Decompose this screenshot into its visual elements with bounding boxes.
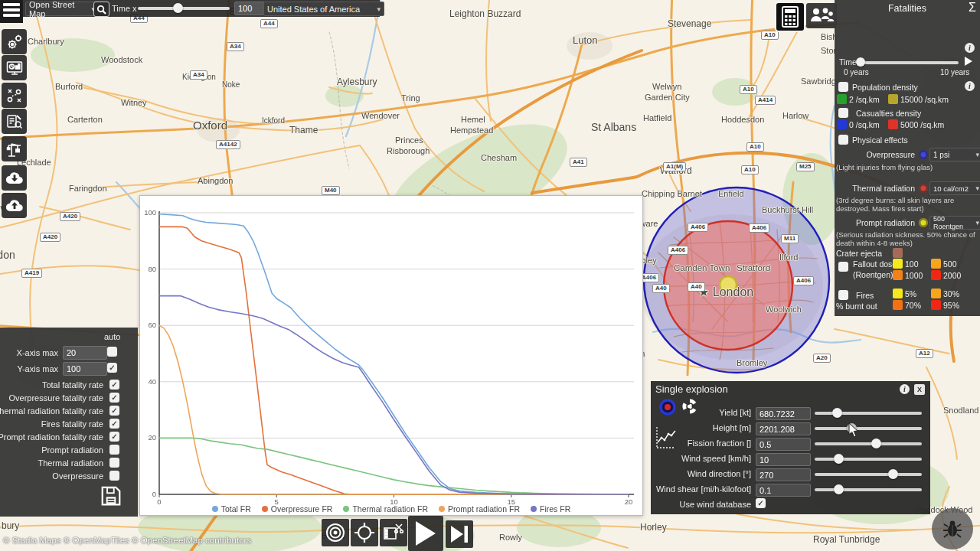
fatalities-time-slider[interactable] <box>858 61 959 64</box>
y-axis-auto-checkbox[interactable] <box>107 363 117 373</box>
param-slider[interactable] <box>815 427 922 430</box>
series-toggle-checkbox[interactable] <box>109 406 119 416</box>
x-axis-max-input[interactable]: 20 <box>63 346 107 360</box>
legend-item[interactable]: Total FR <box>212 504 251 514</box>
prompt-indicator[interactable] <box>919 218 928 227</box>
fires-swatch <box>893 300 903 310</box>
sigma-icon[interactable]: Σ <box>969 1 976 15</box>
population-density-label: Population density <box>852 83 918 92</box>
fires-swatch <box>893 289 903 298</box>
report-bug-button[interactable] <box>932 508 973 549</box>
param-label: Yield [kt] <box>651 408 751 417</box>
info-icon[interactable]: i <box>965 43 975 53</box>
param-slider[interactable] <box>815 412 922 415</box>
param-label: Height [m] <box>651 423 751 432</box>
casualties-density-checkbox[interactable] <box>838 108 848 118</box>
settings-gears-button[interactable] <box>2 29 27 54</box>
slider-thumb[interactable] <box>832 408 842 418</box>
panel-title: Single explosion <box>655 383 728 395</box>
play-button[interactable] <box>408 516 443 551</box>
series-toggle-checkbox[interactable] <box>109 419 119 429</box>
chart-series-line <box>159 438 629 494</box>
info-icon[interactable]: i <box>965 81 975 91</box>
param-value-input[interactable]: 270 <box>756 468 811 481</box>
param-slider[interactable] <box>815 458 922 461</box>
physical-effects-checkbox[interactable] <box>838 135 848 145</box>
thermal-select[interactable]: 10 cal/cm2 <box>929 181 980 195</box>
crater-swatch <box>893 248 903 258</box>
series-toggle-checkbox[interactable] <box>109 471 119 481</box>
fires-checkbox[interactable] <box>838 290 848 300</box>
series-toggle-checkbox[interactable] <box>109 432 119 442</box>
svg-text:100: 100 <box>144 208 156 217</box>
slider-thumb[interactable] <box>871 439 881 448</box>
explosion-param-row: Fission fraction []0.5 <box>651 438 930 450</box>
slider-thumb[interactable] <box>173 3 183 13</box>
param-value-input[interactable]: 0.5 <box>756 438 811 451</box>
population-density-checkbox[interactable] <box>838 82 848 92</box>
param-label: Wind speed [km/h] <box>651 454 751 463</box>
dashboard-button[interactable] <box>2 55 27 80</box>
construction-button[interactable] <box>2 136 27 161</box>
fallout-swatch <box>931 259 941 269</box>
chart-series-line <box>159 227 629 494</box>
survey-button[interactable] <box>2 109 27 134</box>
map-attribution[interactable]: © Stadia Maps © OpenMapTiles © OpenStree… <box>3 536 251 545</box>
close-icon[interactable]: X <box>914 384 925 395</box>
explosion-param-row: Wind speed [km/h]10 <box>651 453 930 465</box>
param-value-input[interactable]: 2201.208 <box>756 422 811 435</box>
overpressure-label: Overpressure <box>835 150 915 159</box>
slider-thumb[interactable] <box>834 484 844 494</box>
locate-button[interactable] <box>351 519 378 546</box>
overpressure-indicator[interactable] <box>919 150 928 159</box>
upload-button[interactable] <box>2 193 27 218</box>
skip-end-button[interactable] <box>446 520 473 548</box>
legend-item[interactable]: Overpressure FR <box>262 504 333 514</box>
legend-item[interactable]: Prompt radiation FR <box>439 504 520 514</box>
country-select[interactable]: United States of America <box>263 2 384 16</box>
legend-item[interactable]: Thermal radiation FR <box>343 504 428 514</box>
film-clip-button[interactable] <box>380 519 407 546</box>
slider-thumb[interactable] <box>888 469 898 479</box>
legend-item[interactable]: Fires FR <box>531 504 570 514</box>
time-multiplier-slider[interactable] <box>138 7 230 10</box>
thermal-label: Thermal radiation <box>835 184 915 193</box>
y-axis-max-input[interactable]: 100 <box>63 362 107 376</box>
param-value-input[interactable]: 0.1 <box>756 484 811 497</box>
series-toggle-checkbox[interactable] <box>109 393 119 403</box>
slider-thumb[interactable] <box>834 454 844 464</box>
map-style-select[interactable]: Open Street Map <box>25 2 99 16</box>
fallout-checkbox[interactable] <box>838 262 848 272</box>
fallout-swatch <box>931 270 941 280</box>
param-slider[interactable] <box>815 442 922 445</box>
series-toggle-checkbox[interactable] <box>109 458 119 468</box>
save-plot-button[interactable] <box>100 484 122 509</box>
population-button[interactable] <box>806 3 837 28</box>
param-value-input[interactable]: 680.7232 <box>756 407 811 420</box>
download-button[interactable] <box>2 165 27 191</box>
search-button[interactable] <box>93 2 109 17</box>
time-multiplier-value[interactable]: 100 <box>234 2 265 15</box>
series-toggle-checkbox[interactable] <box>109 380 119 390</box>
param-slider[interactable] <box>815 473 922 476</box>
calculator-button[interactable] <box>775 2 805 32</box>
param-slider[interactable] <box>815 488 922 491</box>
plot-series-toggle-row: Overpressure fatality rate <box>0 391 138 404</box>
strategy-button[interactable] <box>2 83 27 108</box>
record-target-button[interactable] <box>322 519 349 546</box>
wind-db-checkbox[interactable] <box>756 498 766 508</box>
series-toggle-checkbox[interactable] <box>109 445 119 455</box>
x-axis-auto-checkbox[interactable] <box>107 347 117 357</box>
play-time-icon[interactable] <box>965 57 972 66</box>
prompt-select[interactable]: 500 Roentgen <box>929 216 980 230</box>
blast-core-marker[interactable] <box>720 276 737 293</box>
menu-button[interactable] <box>0 0 23 23</box>
fallout-value: 1000 <box>905 271 923 280</box>
info-icon[interactable]: i <box>900 384 910 394</box>
slider-thumb[interactable] <box>856 57 865 67</box>
casualties-high-value: 5000 /sq.km <box>900 120 944 129</box>
overpressure-select[interactable]: 1 psi <box>929 148 980 161</box>
plot-series-toggle-row: Fires fatality rate <box>0 417 138 430</box>
param-value-input[interactable]: 10 <box>756 453 811 466</box>
thermal-indicator[interactable] <box>919 184 928 193</box>
